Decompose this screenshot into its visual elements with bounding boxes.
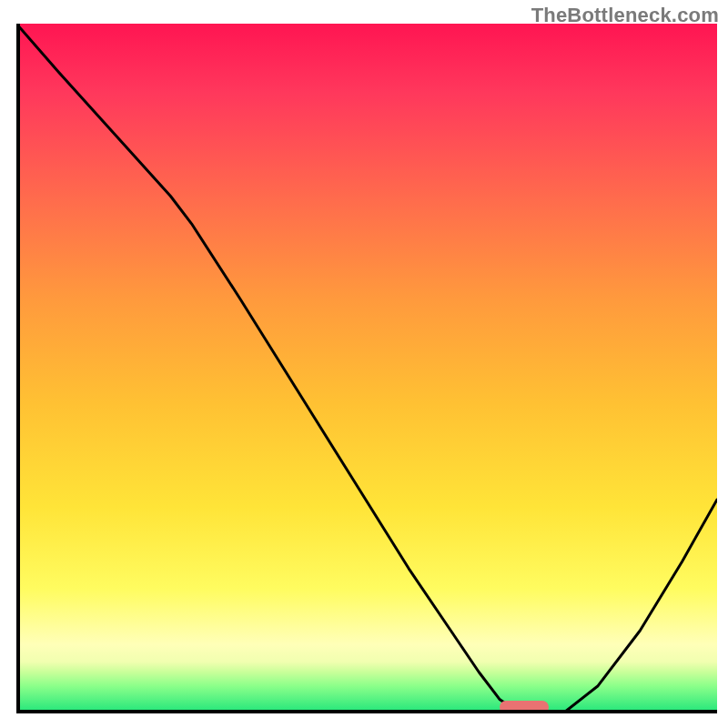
plot-area — [16, 24, 717, 713]
chart-stage: TheBottleneck.com — [0, 0, 728, 728]
curve-path — [16, 24, 717, 713]
optimal-range-marker — [500, 701, 549, 713]
bottleneck-curve — [16, 24, 717, 713]
